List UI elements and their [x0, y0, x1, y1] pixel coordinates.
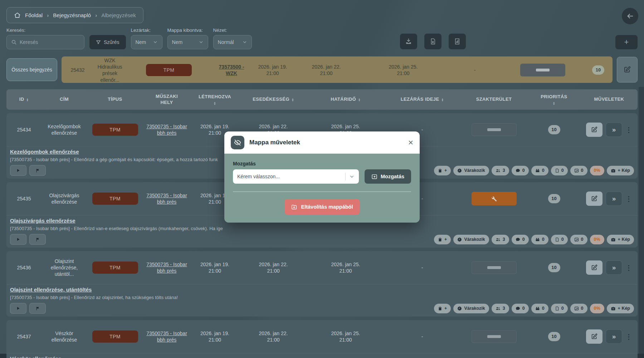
- specialty-badge[interactable]: [472, 192, 517, 205]
- search-group: Keresés:: [6, 28, 84, 49]
- comments-chip[interactable]: 0: [512, 304, 529, 313]
- parent-entry-section: Összes bejegyzés 25432 WZK Hidraulikus p…: [6, 56, 638, 83]
- add-photo-chip[interactable]: + Kép: [607, 235, 634, 244]
- start-button[interactable]: [10, 303, 26, 314]
- documents-chip[interactable]: 0: [551, 235, 568, 244]
- comments-chip[interactable]: 0: [512, 166, 529, 175]
- move-button[interactable]: Mozgatás: [365, 169, 411, 184]
- entry-subtitle-link[interactable]: Olajszint ellenőrzése, utántöltés: [10, 287, 92, 293]
- forward-button[interactable]: »: [606, 260, 622, 275]
- edit-button[interactable]: [586, 123, 602, 137]
- specialty-badge[interactable]: [472, 261, 517, 274]
- documents-chip[interactable]: 0: [551, 166, 568, 175]
- documents-chip[interactable]: 0: [551, 304, 568, 313]
- assignees-chip[interactable]: 3: [492, 235, 509, 244]
- header-id[interactable]: ID▲▼: [6, 95, 42, 104]
- parts-chip[interactable]: 0: [531, 166, 548, 175]
- due-cell: 2026. jan 22.21:00: [239, 330, 307, 343]
- close-icon[interactable]: ×: [408, 138, 413, 147]
- parts-chip[interactable]: 0: [531, 235, 548, 244]
- chevron-down-icon: [153, 40, 158, 45]
- start-button[interactable]: [10, 165, 26, 176]
- header-prioritas[interactable]: PRIORITÁS▲▼: [527, 93, 581, 106]
- download-button[interactable]: [400, 34, 417, 49]
- report-export-button[interactable]: [449, 34, 466, 49]
- topbar: Főoldal › Bejegyzésnapló › Albejegyzések: [6, 7, 638, 23]
- closed-select[interactable]: Nem: [131, 35, 162, 49]
- add-photo-chip[interactable]: + Kép: [607, 304, 634, 313]
- images-chip[interactable]: 0: [570, 235, 587, 244]
- forward-button[interactable]: »: [606, 192, 622, 206]
- search-input[interactable]: [20, 39, 84, 45]
- header-lezaras-ideje[interactable]: LEZÁRÁS IDEJE▲▼: [384, 95, 460, 104]
- entry-subtitle-link[interactable]: Olajszivárgás ellenőrzése: [10, 218, 75, 224]
- comments-chip[interactable]: 0: [512, 235, 529, 244]
- chevron-right-icon: ›: [95, 12, 97, 18]
- add-task-chip[interactable]: +: [434, 235, 451, 244]
- people-icon: [496, 237, 501, 242]
- parent-edit-button[interactable]: [617, 57, 638, 83]
- technical-place-link[interactable]: 73500735 - Isobar bbh prés: [146, 330, 187, 343]
- flag-button[interactable]: [29, 234, 46, 245]
- all-entries-button[interactable]: Összes bejegyzés: [6, 58, 57, 81]
- search-box: [6, 35, 84, 49]
- specialty-badge[interactable]: [472, 123, 517, 136]
- add-photo-chip[interactable]: + Kép: [607, 166, 634, 175]
- row-menu-button[interactable]: ⋮: [625, 195, 632, 202]
- header-letrehozva[interactable]: LÉTREHOZVA▲▼: [190, 93, 239, 106]
- view-select[interactable]: Normál: [213, 35, 252, 49]
- home-icon[interactable]: [14, 12, 21, 19]
- flag-button[interactable]: [29, 165, 46, 176]
- breadcrumb-item-bejegyzesnaplo[interactable]: Bejegyzésnapló: [53, 12, 91, 18]
- edit-button[interactable]: [586, 192, 602, 206]
- technical-place-link[interactable]: 73500735 - Isobar bbh prés: [146, 262, 187, 274]
- technical-place-link[interactable]: 73500735 - Isobar bbh prés: [146, 193, 187, 205]
- row-menu-button[interactable]: ⋮: [625, 264, 632, 271]
- filter-button[interactable]: Szűrés: [89, 35, 126, 49]
- folder-select[interactable]: Kérem válasszon...: [233, 169, 359, 184]
- sort-icon: ▲▼: [358, 98, 361, 101]
- parts-chip[interactable]: 0: [531, 304, 548, 313]
- move-label: Mozgatás: [233, 161, 411, 166]
- parent-entry-row[interactable]: 25432 WZK Hidraulikus prések ellenőr... …: [62, 56, 613, 83]
- kebab-menu-icon: ⋮: [625, 126, 632, 134]
- flag-button[interactable]: [29, 303, 46, 314]
- folder-expanded-filter-group: Mappa kibontva: Nem: [167, 28, 208, 49]
- entry-subtitle-link[interactable]: Kezelőgombok ellenőrzése: [10, 149, 79, 155]
- header-esedekesseg[interactable]: ESEDÉKESSÉG▲▼: [239, 95, 307, 104]
- entry-subtitle-link[interactable]: Vészkör ellenőrzése: [10, 355, 61, 358]
- excel-export-button[interactable]: [424, 34, 441, 49]
- technical-place-link[interactable]: 73500735 - Isobar bbh prés: [146, 124, 187, 136]
- remove-from-folder-button[interactable]: Eltávolítás mappából: [284, 199, 359, 215]
- clock-icon: [457, 168, 462, 173]
- badge-strip: + Várakozik 3 0 0 0 0 0% + Kép: [434, 166, 634, 175]
- add-task-chip[interactable]: +: [434, 166, 451, 175]
- images-chip[interactable]: 0: [570, 304, 587, 313]
- entry-title: Olajszint ellenőrzése, utántöl...: [42, 258, 87, 278]
- forward-button[interactable]: »: [606, 123, 622, 137]
- back-button[interactable]: [622, 8, 638, 24]
- search-label: Keresés:: [6, 28, 84, 33]
- images-chip[interactable]: 0: [570, 166, 587, 175]
- chevron-down-icon: [242, 40, 247, 45]
- parent-location-link[interactable]: 73573500 - WZK: [219, 64, 244, 76]
- row-menu-button[interactable]: ⋮: [625, 126, 632, 133]
- folder-expanded-select[interactable]: Nem: [167, 35, 208, 49]
- assignees-chip[interactable]: 3: [492, 304, 509, 313]
- chevron-right-icon: ›: [47, 12, 49, 18]
- specialty-badge[interactable]: [472, 330, 517, 343]
- row-menu-button[interactable]: ⋮: [625, 333, 632, 340]
- header-hatarido[interactable]: HATÁRIDŐ▲▼: [307, 95, 384, 104]
- add-entry-button[interactable]: +: [615, 35, 638, 49]
- assignees-chip[interactable]: 3: [492, 166, 509, 175]
- edit-button[interactable]: [586, 329, 602, 344]
- parent-specialty-badge[interactable]: [520, 64, 565, 76]
- clipboard-icon: [438, 306, 442, 311]
- table-header: ID▲▼ CÍM TÍPUS MŰSZAKI HELY LÉTREHOZVA▲▼…: [6, 89, 638, 110]
- edit-button[interactable]: [586, 260, 602, 275]
- forward-button[interactable]: »: [606, 329, 622, 344]
- breadcrumb-item-fooldal[interactable]: Főoldal: [25, 12, 43, 18]
- start-button[interactable]: [10, 234, 26, 245]
- closed-label: Lezártak:: [131, 28, 162, 33]
- add-task-chip[interactable]: +: [434, 304, 451, 313]
